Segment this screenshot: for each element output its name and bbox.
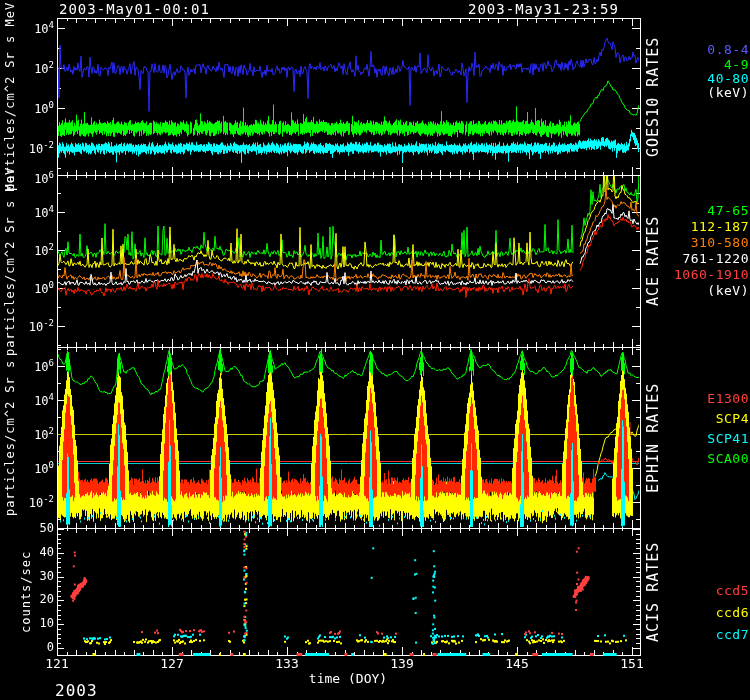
y-tick-label: 20 — [0, 592, 54, 606]
y-tick-label: 104 — [0, 392, 54, 408]
x-tick-label: 127 — [148, 656, 196, 671]
x-axis-year: 2003 — [55, 681, 98, 700]
legend-ccd7: ccd7 — [716, 627, 749, 642]
y-tick-label: 10 — [0, 616, 54, 630]
y-tick-label: 102 — [0, 242, 54, 258]
title-end-date: 2003-May31-23:59 — [468, 1, 619, 17]
multi-panel-particle-rates-plot: 2003-May01-00:01 2003-May31-23:59 partic… — [0, 0, 750, 700]
legend-scp41: SCP41 — [707, 431, 749, 446]
legend-761-1220: 761-1220 — [682, 251, 749, 266]
legend-310-580: 310-580 — [691, 235, 749, 250]
x-tick-label: 151 — [608, 656, 656, 671]
y-tick-label: 104 — [0, 204, 54, 220]
plot-canvas — [0, 0, 750, 700]
x-tick-label: 139 — [378, 656, 426, 671]
legend-40-80: 40-80 — [707, 71, 749, 86]
legend-scp4: SCP4 — [716, 411, 749, 426]
x-tick-label: 145 — [493, 656, 541, 671]
legend-4-9: 4-9 — [724, 57, 749, 72]
y-tick-label: 100 — [0, 100, 54, 116]
y-tick-label: 102 — [0, 426, 54, 442]
legend--kev-: (keV) — [707, 283, 749, 298]
y-tick-label: 100 — [0, 280, 54, 296]
legend-ccd6: ccd6 — [716, 605, 749, 620]
y-tick-label: 102 — [0, 60, 54, 76]
y-tick-label: 106 — [0, 358, 54, 374]
x-axis-label: time (DOY) — [268, 671, 428, 686]
y-tick-label: 100 — [0, 460, 54, 476]
y-tick-label: 10-2 — [0, 140, 54, 156]
y-tick-label: 10-2 — [0, 494, 54, 510]
legend--kev-: (keV) — [707, 85, 749, 100]
y-tick-label: 50 — [0, 521, 54, 535]
panel-title-acis-rates: ACIS RATES — [644, 528, 662, 655]
y-tick-label: 40 — [0, 545, 54, 559]
y-tick-label: 10-2 — [0, 318, 54, 334]
y-tick-label: 106 — [0, 170, 54, 186]
title-start-date: 2003-May01-00:01 — [59, 1, 210, 17]
x-tick-label: 121 — [33, 656, 81, 671]
legend-112-187: 112-187 — [691, 219, 749, 234]
x-tick-label: 133 — [263, 656, 311, 671]
y-tick-label: 30 — [0, 569, 54, 583]
y-tick-label: 104 — [0, 20, 54, 36]
panel-title-goes10-rates: GOES10 RATES — [644, 18, 662, 175]
legend-47-65: 47-65 — [707, 203, 749, 218]
legend-ccd5: ccd5 — [716, 583, 749, 598]
legend-e1300: E1300 — [707, 391, 749, 406]
panel-title-ace-rates: ACE RATES — [644, 175, 662, 347]
legend-1060-1910: 1060-1910 — [674, 267, 749, 282]
legend-0-8-4: 0.8-4 — [707, 42, 749, 57]
panel-title-ephin-rates: EPHIN RATES — [644, 347, 662, 528]
y-tick-label: 0 — [0, 640, 54, 654]
legend-sca00: SCA00 — [707, 451, 749, 466]
